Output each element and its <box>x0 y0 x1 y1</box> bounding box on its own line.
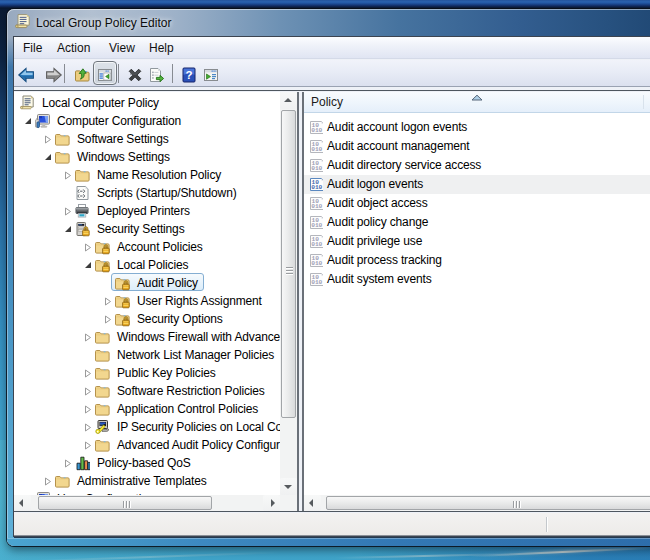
svg-text:010: 010 <box>311 127 322 134</box>
svg-text:010: 010 <box>311 184 322 191</box>
svg-text:010: 010 <box>311 146 322 153</box>
svg-text:010: 010 <box>311 260 322 267</box>
svg-text:010: 010 <box>311 203 322 210</box>
svg-text:010: 010 <box>311 241 322 248</box>
svg-text:010: 010 <box>311 279 322 286</box>
svg-text:010: 010 <box>311 165 322 172</box>
svg-text:010: 010 <box>311 222 322 229</box>
svg-text:?: ? <box>185 69 192 81</box>
